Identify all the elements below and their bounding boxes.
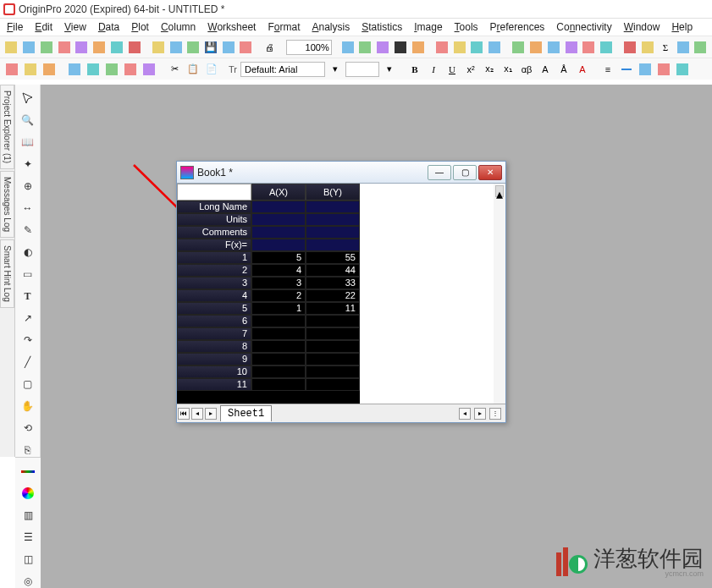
subscript-button[interactable]: x₂ xyxy=(481,61,498,78)
digitizer-button[interactable] xyxy=(622,39,638,56)
workbook-titlebar[interactable]: Book1 * — ▢ ✕ xyxy=(177,162,505,184)
cell[interactable] xyxy=(306,315,360,327)
row-num[interactable]: 1 xyxy=(177,251,251,264)
menu-connectivity[interactable]: Connectivity xyxy=(556,21,611,33)
close-button[interactable]: ✕ xyxy=(478,165,502,180)
open-excel-button[interactable] xyxy=(185,39,201,56)
cell[interactable] xyxy=(306,353,360,365)
cell[interactable]: 3 xyxy=(251,277,306,289)
save-template-button[interactable] xyxy=(220,39,236,56)
cell[interactable]: 22 xyxy=(306,289,360,302)
symbol-button[interactable] xyxy=(655,61,672,78)
row-label-longname[interactable]: Long Name xyxy=(177,201,251,213)
row-num[interactable]: 3 xyxy=(177,277,251,289)
new-layout-button[interactable] xyxy=(108,39,124,56)
tab-nav-next[interactable]: ▸ xyxy=(205,408,217,420)
cell[interactable]: 55 xyxy=(306,251,360,264)
new-color-button[interactable] xyxy=(375,39,391,56)
text-tool[interactable]: T xyxy=(19,288,36,305)
data-reader-tool[interactable]: ✦ xyxy=(19,156,36,173)
new-matrix-button[interactable] xyxy=(74,39,90,56)
draw-data-tool[interactable]: ✎ xyxy=(19,222,36,239)
row-num[interactable]: 8 xyxy=(177,340,251,353)
cell[interactable]: 44 xyxy=(306,264,360,277)
cut-button[interactable]: ✂ xyxy=(166,61,183,78)
line-plot-button[interactable] xyxy=(19,463,36,480)
new-notes-button[interactable] xyxy=(91,39,108,56)
font-select[interactable] xyxy=(240,62,325,77)
column-plot-button[interactable]: ▥ xyxy=(19,507,36,524)
cell[interactable]: 11 xyxy=(306,302,360,315)
wks5-button[interactable] xyxy=(141,61,157,78)
cell[interactable] xyxy=(251,226,306,239)
pointer-tool[interactable] xyxy=(19,90,36,107)
rect-tool[interactable]: ▢ xyxy=(19,376,36,393)
add-col-button[interactable] xyxy=(511,39,527,56)
new-workbook-button[interactable] xyxy=(21,39,37,56)
decrease-font-button[interactable]: Å xyxy=(555,61,572,78)
cell[interactable]: 2 xyxy=(251,289,306,302)
cell[interactable] xyxy=(306,365,360,378)
rotate-tool[interactable]: ⟲ xyxy=(19,420,36,437)
scrollbar-up-icon[interactable]: ▴ xyxy=(495,185,504,197)
import-wizard-button[interactable] xyxy=(3,61,20,78)
insert-button[interactable]: ⎘ xyxy=(19,442,36,459)
cell[interactable] xyxy=(251,353,306,365)
cell[interactable]: 33 xyxy=(306,277,360,289)
fill-button[interactable] xyxy=(637,61,654,78)
cell[interactable] xyxy=(251,327,306,340)
stats-button[interactable] xyxy=(675,39,691,56)
row-num[interactable]: 10 xyxy=(177,365,251,378)
save-button[interactable]: 💾 xyxy=(203,39,219,56)
wks3-button[interactable] xyxy=(103,61,120,78)
font-color-button[interactable]: A xyxy=(574,61,591,78)
refresh-button[interactable] xyxy=(339,39,356,56)
increase-font-button[interactable]: A xyxy=(537,61,554,78)
subsuper-button[interactable]: x₁ xyxy=(500,61,516,78)
pan-tool[interactable]: ✋ xyxy=(19,398,36,415)
font-dropdown-button[interactable]: ▾ xyxy=(327,61,344,78)
line-button[interactable] xyxy=(618,61,635,78)
col-header-b[interactable]: B(Y) xyxy=(306,184,360,201)
new-project-button[interactable] xyxy=(3,39,19,56)
cell[interactable] xyxy=(251,201,306,213)
menu-plot[interactable]: Plot xyxy=(131,21,149,33)
import-single-button[interactable] xyxy=(22,61,39,78)
cell[interactable] xyxy=(251,340,306,353)
vertical-scrollbar[interactable]: ▴ xyxy=(494,184,505,404)
lock-button[interactable] xyxy=(451,39,467,56)
row-num[interactable]: 6 xyxy=(177,315,251,327)
import-multi-button[interactable] xyxy=(41,61,58,78)
palette-button[interactable] xyxy=(19,485,36,502)
copy-button[interactable]: 📋 xyxy=(185,61,201,78)
row-num[interactable]: 9 xyxy=(177,353,251,365)
new-graph-button[interactable] xyxy=(56,39,72,56)
menu-tools[interactable]: Tools xyxy=(455,21,478,33)
menu-edit[interactable]: Edit xyxy=(35,21,52,33)
row-num[interactable]: 2 xyxy=(177,264,251,277)
align-button[interactable]: ≡ xyxy=(599,61,616,78)
cell[interactable]: 4 xyxy=(251,264,306,277)
mask-tool[interactable]: ◐ xyxy=(19,244,36,261)
menu-file[interactable]: File xyxy=(7,21,23,33)
zoom-select[interactable] xyxy=(286,40,332,55)
new-function-button[interactable] xyxy=(126,39,142,56)
menu-statistics[interactable]: Statistics xyxy=(362,21,402,33)
open-template-button[interactable] xyxy=(168,39,184,56)
row-num[interactable]: 11 xyxy=(177,378,251,391)
code-button[interactable] xyxy=(528,39,544,56)
cell[interactable] xyxy=(251,213,306,226)
video-button[interactable] xyxy=(393,39,409,56)
cell[interactable] xyxy=(306,340,360,353)
tab-nav-prev[interactable]: ◂ xyxy=(191,408,203,420)
cell[interactable] xyxy=(306,378,360,391)
paste-button[interactable]: 📄 xyxy=(203,61,220,78)
row-label-units[interactable]: Units xyxy=(177,213,251,226)
fit-button[interactable] xyxy=(693,39,709,56)
wks-button[interactable] xyxy=(66,61,83,78)
r-button[interactable] xyxy=(563,39,579,56)
transfer-button[interactable] xyxy=(487,39,503,56)
italic-button[interactable]: I xyxy=(425,61,442,78)
new-excel-button[interactable] xyxy=(38,39,54,56)
cell[interactable] xyxy=(306,213,360,226)
